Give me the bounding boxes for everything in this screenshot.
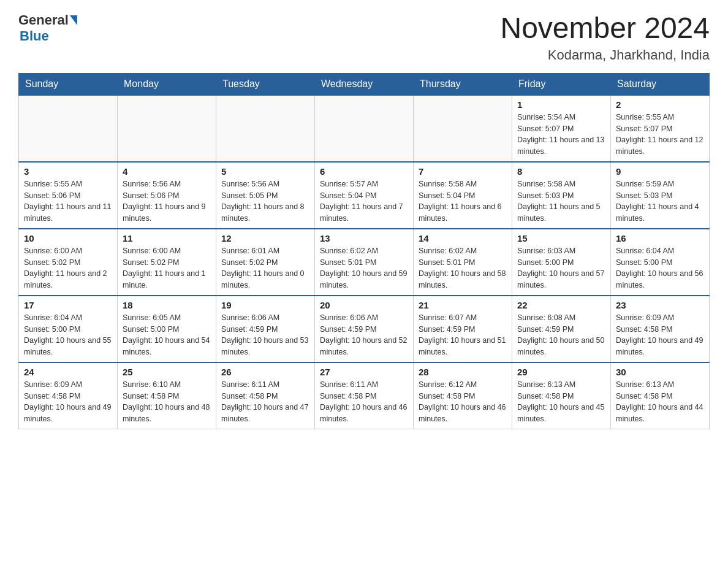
calendar-cell: 26Sunrise: 6:11 AMSunset: 4:58 PMDayligh… bbox=[216, 362, 315, 429]
day-info: Sunrise: 6:00 AMSunset: 5:02 PMDaylight:… bbox=[24, 245, 112, 291]
calendar-cell: 18Sunrise: 6:05 AMSunset: 5:00 PMDayligh… bbox=[118, 296, 216, 362]
calendar-cell: 19Sunrise: 6:06 AMSunset: 4:59 PMDayligh… bbox=[216, 296, 315, 362]
day-info: Sunrise: 6:02 AMSunset: 5:01 PMDaylight:… bbox=[320, 245, 408, 291]
day-info: Sunrise: 6:06 AMSunset: 4:59 PMDaylight:… bbox=[320, 312, 408, 358]
calendar-cell: 14Sunrise: 6:02 AMSunset: 5:01 PMDayligh… bbox=[414, 229, 512, 296]
calendar-day-header: Wednesday bbox=[315, 73, 414, 95]
day-number: 9 bbox=[616, 166, 704, 177]
logo-general: General bbox=[18, 12, 69, 28]
day-info: Sunrise: 6:10 AMSunset: 4:58 PMDaylight:… bbox=[123, 379, 211, 425]
calendar-cell: 29Sunrise: 6:13 AMSunset: 4:58 PMDayligh… bbox=[512, 362, 611, 429]
calendar-cell: 7Sunrise: 5:58 AMSunset: 5:04 PMDaylight… bbox=[414, 162, 512, 229]
calendar-header-row: SundayMondayTuesdayWednesdayThursdayFrid… bbox=[19, 73, 710, 95]
day-number: 8 bbox=[517, 166, 605, 177]
calendar-cell: 30Sunrise: 6:13 AMSunset: 4:58 PMDayligh… bbox=[611, 362, 710, 429]
day-info: Sunrise: 6:12 AMSunset: 4:58 PMDaylight:… bbox=[419, 379, 507, 425]
calendar-cell: 2Sunrise: 5:55 AMSunset: 5:07 PMDaylight… bbox=[611, 95, 710, 162]
day-info: Sunrise: 6:01 AMSunset: 5:02 PMDaylight:… bbox=[221, 245, 309, 291]
day-info: Sunrise: 6:04 AMSunset: 5:00 PMDaylight:… bbox=[24, 312, 112, 358]
day-info: Sunrise: 5:59 AMSunset: 5:03 PMDaylight:… bbox=[616, 178, 704, 224]
week-row: 3Sunrise: 5:55 AMSunset: 5:06 PMDaylight… bbox=[19, 162, 710, 229]
day-info: Sunrise: 5:57 AMSunset: 5:04 PMDaylight:… bbox=[320, 178, 408, 224]
calendar-day-header: Sunday bbox=[19, 73, 118, 95]
calendar-cell bbox=[19, 95, 118, 162]
day-number: 3 bbox=[24, 166, 112, 177]
day-info: Sunrise: 6:02 AMSunset: 5:01 PMDaylight:… bbox=[419, 245, 507, 291]
day-number: 14 bbox=[419, 233, 507, 243]
day-info: Sunrise: 5:58 AMSunset: 5:04 PMDaylight:… bbox=[419, 178, 507, 224]
calendar-cell bbox=[315, 95, 414, 162]
day-info: Sunrise: 6:08 AMSunset: 4:59 PMDaylight:… bbox=[517, 312, 605, 358]
day-info: Sunrise: 5:56 AMSunset: 5:06 PMDaylight:… bbox=[123, 178, 211, 224]
logo-text: General bbox=[18, 12, 77, 28]
calendar-cell bbox=[414, 95, 512, 162]
day-number: 26 bbox=[221, 367, 309, 377]
title-block: November 2024 Kodarma, Jharkhand, India bbox=[500, 12, 710, 63]
day-number: 24 bbox=[24, 367, 112, 377]
page-header: General Blue November 2024 Kodarma, Jhar… bbox=[18, 12, 710, 63]
day-number: 16 bbox=[616, 233, 704, 243]
calendar-cell: 5Sunrise: 5:56 AMSunset: 5:05 PMDaylight… bbox=[216, 162, 315, 229]
calendar-cell: 11Sunrise: 6:00 AMSunset: 5:02 PMDayligh… bbox=[118, 229, 216, 296]
logo: General Blue bbox=[18, 12, 77, 44]
day-info: Sunrise: 5:55 AMSunset: 5:07 PMDaylight:… bbox=[616, 112, 704, 158]
calendar-cell: 3Sunrise: 5:55 AMSunset: 5:06 PMDaylight… bbox=[19, 162, 118, 229]
calendar-cell: 23Sunrise: 6:09 AMSunset: 4:58 PMDayligh… bbox=[611, 296, 710, 362]
calendar-cell: 15Sunrise: 6:03 AMSunset: 5:00 PMDayligh… bbox=[512, 229, 611, 296]
calendar-cell: 16Sunrise: 6:04 AMSunset: 5:00 PMDayligh… bbox=[611, 229, 710, 296]
day-info: Sunrise: 5:54 AMSunset: 5:07 PMDaylight:… bbox=[517, 112, 605, 158]
day-info: Sunrise: 6:04 AMSunset: 5:00 PMDaylight:… bbox=[616, 245, 704, 291]
day-info: Sunrise: 5:55 AMSunset: 5:06 PMDaylight:… bbox=[24, 178, 112, 224]
calendar-cell: 24Sunrise: 6:09 AMSunset: 4:58 PMDayligh… bbox=[19, 362, 118, 429]
calendar-cell: 22Sunrise: 6:08 AMSunset: 4:59 PMDayligh… bbox=[512, 296, 611, 362]
day-info: Sunrise: 5:56 AMSunset: 5:05 PMDaylight:… bbox=[221, 178, 309, 224]
day-number: 18 bbox=[123, 300, 211, 310]
day-info: Sunrise: 6:05 AMSunset: 5:00 PMDaylight:… bbox=[123, 312, 211, 358]
day-number: 5 bbox=[221, 166, 309, 177]
day-number: 30 bbox=[616, 367, 704, 377]
calendar-day-header: Thursday bbox=[414, 73, 512, 95]
day-number: 21 bbox=[419, 300, 507, 310]
day-number: 27 bbox=[320, 367, 408, 377]
calendar-cell: 13Sunrise: 6:02 AMSunset: 5:01 PMDayligh… bbox=[315, 229, 414, 296]
calendar-day-header: Friday bbox=[512, 73, 611, 95]
logo-blue: Blue bbox=[20, 28, 49, 44]
day-info: Sunrise: 6:09 AMSunset: 4:58 PMDaylight:… bbox=[616, 312, 704, 358]
day-number: 6 bbox=[320, 166, 408, 177]
day-number: 28 bbox=[419, 367, 507, 377]
calendar-cell: 27Sunrise: 6:11 AMSunset: 4:58 PMDayligh… bbox=[315, 362, 414, 429]
calendar-table: SundayMondayTuesdayWednesdayThursdayFrid… bbox=[18, 73, 710, 429]
calendar-cell bbox=[216, 95, 315, 162]
day-number: 1 bbox=[517, 99, 605, 110]
day-number: 23 bbox=[616, 300, 704, 310]
day-number: 17 bbox=[24, 300, 112, 310]
day-number: 2 bbox=[616, 99, 704, 110]
calendar-cell: 28Sunrise: 6:12 AMSunset: 4:58 PMDayligh… bbox=[414, 362, 512, 429]
calendar-cell: 9Sunrise: 5:59 AMSunset: 5:03 PMDaylight… bbox=[611, 162, 710, 229]
calendar-cell: 17Sunrise: 6:04 AMSunset: 5:00 PMDayligh… bbox=[19, 296, 118, 362]
week-row: 24Sunrise: 6:09 AMSunset: 4:58 PMDayligh… bbox=[19, 362, 710, 429]
day-number: 20 bbox=[320, 300, 408, 310]
location-title: Kodarma, Jharkhand, India bbox=[500, 47, 710, 63]
day-info: Sunrise: 6:11 AMSunset: 4:58 PMDaylight:… bbox=[320, 379, 408, 425]
calendar-cell: 6Sunrise: 5:57 AMSunset: 5:04 PMDaylight… bbox=[315, 162, 414, 229]
day-number: 10 bbox=[24, 233, 112, 243]
month-title: November 2024 bbox=[500, 12, 710, 45]
day-info: Sunrise: 6:13 AMSunset: 4:58 PMDaylight:… bbox=[517, 379, 605, 425]
calendar-day-header: Tuesday bbox=[216, 73, 315, 95]
day-info: Sunrise: 6:13 AMSunset: 4:58 PMDaylight:… bbox=[616, 379, 704, 425]
logo-arrow-icon bbox=[70, 15, 77, 25]
day-number: 12 bbox=[221, 233, 309, 243]
day-number: 15 bbox=[517, 233, 605, 243]
calendar-cell bbox=[118, 95, 216, 162]
calendar-cell: 20Sunrise: 6:06 AMSunset: 4:59 PMDayligh… bbox=[315, 296, 414, 362]
day-number: 29 bbox=[517, 367, 605, 377]
week-row: 10Sunrise: 6:00 AMSunset: 5:02 PMDayligh… bbox=[19, 229, 710, 296]
day-info: Sunrise: 6:06 AMSunset: 4:59 PMDaylight:… bbox=[221, 312, 309, 358]
calendar-cell: 25Sunrise: 6:10 AMSunset: 4:58 PMDayligh… bbox=[118, 362, 216, 429]
calendar-day-header: Monday bbox=[118, 73, 216, 95]
week-row: 17Sunrise: 6:04 AMSunset: 5:00 PMDayligh… bbox=[19, 296, 710, 362]
day-info: Sunrise: 5:58 AMSunset: 5:03 PMDaylight:… bbox=[517, 178, 605, 224]
day-number: 25 bbox=[123, 367, 211, 377]
day-info: Sunrise: 6:00 AMSunset: 5:02 PMDaylight:… bbox=[123, 245, 211, 291]
